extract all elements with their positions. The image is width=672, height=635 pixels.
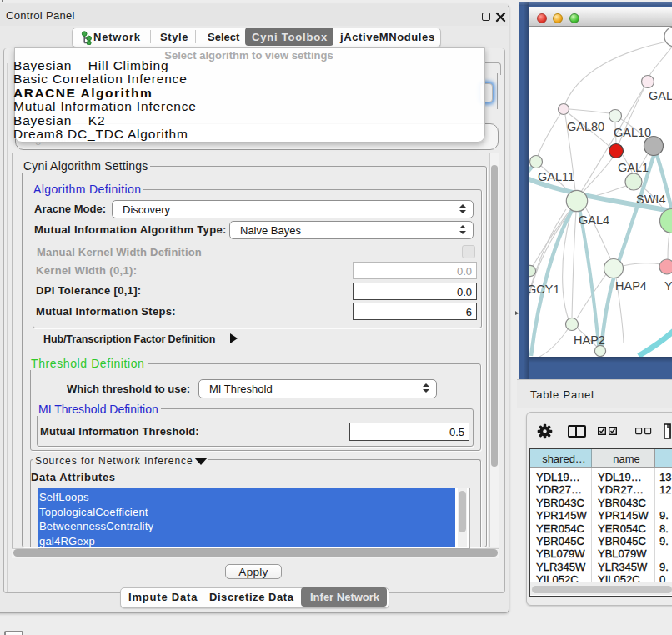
svg-text:GAL1: GAL1 bbox=[618, 161, 649, 174]
svg-text:HAP4: HAP4 bbox=[615, 279, 647, 292]
svg-text:GAL11: GAL11 bbox=[538, 170, 574, 183]
svg-text:Y: Y bbox=[664, 279, 672, 292]
svg-text:HAP2: HAP2 bbox=[574, 333, 605, 347]
svg-text:GAL80: GAL80 bbox=[567, 120, 604, 133]
svg-text:GAL4: GAL4 bbox=[579, 213, 609, 227]
svg-text:SWI4: SWI4 bbox=[636, 192, 665, 206]
svg-text:GCY1: GCY1 bbox=[529, 282, 560, 296]
svg-text:GAL7: GAL7 bbox=[649, 89, 672, 102]
svg-text:GAL10: GAL10 bbox=[614, 126, 651, 139]
